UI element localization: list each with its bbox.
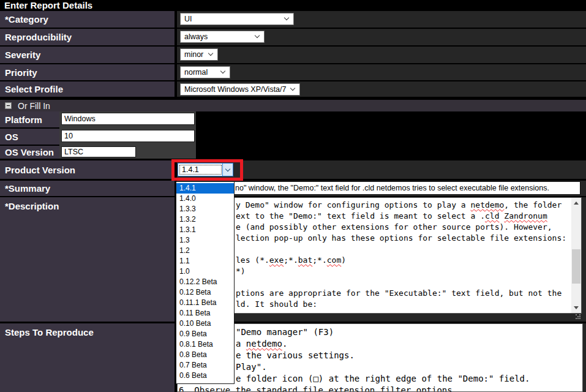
text-line: e the various settings. — [236, 350, 582, 361]
dropdown-option[interactable]: 0.12.2 Beta — [176, 277, 234, 287]
text-line: e (and possibly other extensions for oth… — [236, 222, 581, 233]
dropdown-option[interactable]: 0.7 Beta — [176, 360, 234, 371]
dropdown-option[interactable]: 1.4.0 — [176, 194, 234, 204]
annotation-highlight-box — [171, 159, 243, 181]
dropdown-option[interactable]: 0.8.1 Beta — [176, 339, 234, 350]
os-version-label: OS Version — [0, 146, 59, 159]
severity-row-bg — [177, 47, 586, 63]
text-line: les (*.exe;*.bat;*.com) — [236, 255, 581, 266]
dropdown-option[interactable]: 0.12 Beta — [176, 287, 234, 298]
category-select[interactable]: UI — [180, 13, 294, 25]
text-line: y Demo" window for configuring options t… — [236, 200, 581, 211]
chevron-down-icon — [208, 51, 213, 56]
dropdown-option[interactable]: 0.11.1 Beta — [176, 298, 234, 308]
description-label: *Description — [0, 197, 176, 322]
severity-label: Severity — [0, 47, 176, 63]
text-line: "Demo manager" (F3) — [236, 326, 582, 338]
scroll-up-button[interactable] — [571, 198, 581, 208]
dropdown-option[interactable]: 1.3.1 — [176, 225, 234, 235]
priority-label: Priority — [0, 64, 176, 80]
misspelled-word: exe — [269, 255, 284, 265]
chevron-down-icon — [220, 69, 225, 74]
page-title: Enter Report Details — [0, 0, 586, 11]
dropdown-option[interactable]: 1.0 — [176, 266, 234, 277]
misspelled-word: netdemo — [471, 200, 505, 209]
description-scrollbar[interactable] — [571, 198, 581, 313]
dropdown-option[interactable]: 1.3 — [176, 235, 234, 246]
collapse-minus-icon[interactable] — [5, 102, 12, 109]
dropdown-option[interactable]: 1.2 — [176, 246, 234, 256]
dropdown-option[interactable]: 1.3.2 — [176, 214, 234, 225]
os-input[interactable]: 10 — [61, 130, 195, 142]
dropdown-option[interactable]: 0.6 Beta — [176, 371, 234, 381]
category-label: *Category — [0, 11, 176, 28]
text-line: ptions are appropriate for the "Executab… — [236, 288, 581, 299]
steps-label: Steps To Reproduce — [0, 323, 176, 392]
platform-input[interactable]: Windows — [61, 113, 195, 125]
chevron-down-icon — [255, 33, 260, 38]
misspelled-word: bat — [298, 255, 312, 265]
scroll-down-icon — [574, 306, 579, 309]
text-line: Play". — [236, 361, 582, 373]
scroll-up-icon — [574, 202, 579, 205]
steps-textarea[interactable]: "Demo manager" (F3)a netdemo.e the vario… — [177, 323, 583, 392]
or-fill-in-section-header[interactable]: Or Fill In — [0, 100, 586, 111]
text-line: lection pop-up only has these options fo… — [236, 233, 581, 244]
or-fill-in-label: Or Fill In — [18, 101, 50, 111]
misspelled-word: netdemo — [246, 339, 282, 349]
reproducibility-label: Reproducibility — [0, 29, 176, 45]
text-line: ext to the "Demo:" text field is meant t… — [236, 211, 581, 222]
scroll-down-button[interactable] — [571, 303, 581, 313]
dropdown-option[interactable]: 0.10 Beta — [176, 318, 234, 329]
os-label: OS — [0, 129, 59, 146]
os-version-input[interactable]: LTSC — [61, 146, 136, 157]
description-textarea[interactable]: y Demo" window for configuring options t… — [177, 197, 582, 314]
priority-row-bg — [177, 64, 586, 80]
product-version-dropdown-list: 1.4.11.4.01.3.31.3.21.3.11.31.21.11.00.1… — [176, 181, 235, 384]
misspelled-word: com — [327, 255, 341, 265]
platform-label: Platform — [0, 111, 59, 129]
dropdown-option[interactable]: 1.4.1 — [176, 183, 234, 194]
dropdown-option[interactable]: 0.9 Beta — [176, 329, 234, 339]
report-form: Enter Report Details *Category UI Reprod… — [0, 0, 586, 392]
resize-grip-icon[interactable] — [576, 314, 581, 320]
misspelled-word: Zandronum — [504, 211, 547, 221]
summary-label: *Summary — [0, 181, 176, 196]
select-profile-select[interactable]: Microsoft Windows XP/Vista/7 — [180, 83, 300, 96]
dropdown-option[interactable]: 1.1 — [176, 256, 234, 266]
text-line: e folder icon (□) at the right edge of t… — [236, 373, 582, 385]
text-line — [236, 244, 581, 255]
text-line: 6. Observe the standard file extension f… — [179, 385, 582, 392]
summary-input[interactable]: no" window, the "Demo:" text field for .… — [177, 181, 580, 195]
select-profile-label: Select Profile — [0, 81, 176, 97]
text-line: ld. It should be: — [236, 299, 581, 310]
priority-select[interactable]: normal — [180, 66, 230, 78]
text-line — [236, 277, 581, 288]
reproducibility-select[interactable]: always — [180, 31, 265, 43]
dropdown-option[interactable]: 1.3.3 — [176, 204, 234, 214]
misspelled-word: cld — [485, 211, 499, 221]
text-line: *) — [236, 266, 581, 277]
chevron-down-icon — [284, 15, 289, 20]
dropdown-option[interactable]: 0.11 Beta — [176, 308, 234, 318]
severity-select[interactable]: minor — [180, 48, 218, 61]
scrollbar-thumb[interactable] — [572, 249, 580, 284]
chevron-down-icon — [290, 86, 295, 91]
product-version-label: Product Version — [0, 160, 176, 179]
text-line: a netdemo. — [236, 338, 582, 350]
dropdown-option[interactable]: 0.8 Beta — [176, 350, 234, 360]
